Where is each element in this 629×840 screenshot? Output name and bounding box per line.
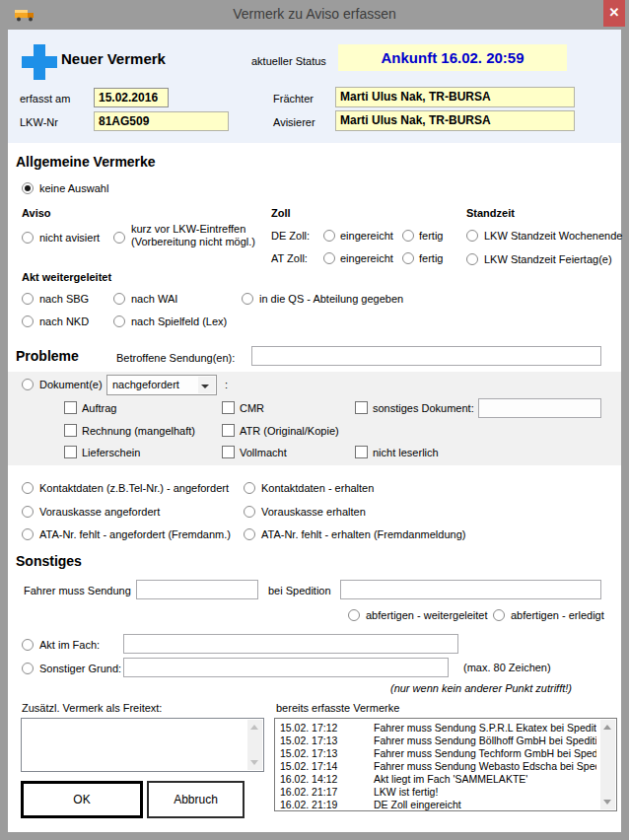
vermerke-listbox[interactable]: 15.02. 17:12Fahrer muss Sendung S.P.R.L … [274, 718, 617, 811]
avisierer-field[interactable]: Marti Ulus Nak, TR-BURSA [335, 110, 575, 131]
radio-nach-nkd[interactable] [22, 315, 34, 327]
list-item[interactable]: 15.02. 17:12Fahrer muss Sendung S.P.R.L … [275, 722, 596, 735]
erfasst-am-label: erfasst am [20, 93, 70, 105]
radio-qs-abteilung[interactable] [242, 293, 253, 305]
checkbox-nicht-leserlich[interactable] [355, 446, 368, 458]
dialog-content: Neuer Vermerk aktueller Status Ankunft 1… [8, 30, 621, 832]
dropdown-button[interactable] [198, 377, 215, 393]
standzeit-wochenende-label: LKW Standzeit Wochenende [484, 230, 622, 242]
spedition-input[interactable] [340, 580, 601, 599]
radio-kontaktdaten-erhalten[interactable] [244, 482, 255, 494]
max-zeichen-label: (max. 80 Zeichen) [463, 662, 551, 673]
checkbox-atr[interactable] [222, 424, 235, 437]
vermerke-label: bereits erfasste Vermerke [276, 702, 399, 714]
list-item[interactable]: 16.02. 14:12Akt liegt im Fach 'SAMMELAKT… [275, 773, 596, 786]
dokumente-dropdown[interactable]: nachgefordert [106, 375, 217, 395]
auftrag-label: Auftrag [82, 402, 116, 414]
nicht-leserlich-label: nicht leserlich [373, 447, 439, 458]
status-value: Ankunft 16.02. 20:59 [338, 44, 567, 71]
radio-abfertigen-weitergeleitet[interactable] [348, 609, 360, 621]
checkbox-auftrag[interactable] [64, 401, 77, 414]
nach-spielfeld-label: nach Spielfeld (Lex) [131, 315, 227, 327]
vermerke-scrollbar[interactable] [600, 720, 615, 809]
lkw-nr-field[interactable]: 81AG509 [94, 111, 229, 131]
radio-abfertigen-erledigt[interactable] [493, 609, 505, 621]
checkbox-sonstiges-dokument[interactable] [355, 401, 368, 414]
akt-im-fach-label: Akt im Fach: [39, 639, 100, 651]
ok-button[interactable]: OK [21, 781, 143, 818]
ata-erhalten-label: ATA-Nr. fehlt - erhalten (Fremdanmeldung… [261, 528, 465, 540]
freitext-label: Zusätzl. Vermerk als Freitext: [22, 702, 162, 714]
sonstiges-dokument-input[interactable] [478, 398, 601, 418]
radio-ata-angefordert[interactable] [22, 528, 34, 540]
radio-standzeit-wochenende[interactable] [466, 230, 478, 242]
cmr-label: CMR [240, 402, 264, 414]
fraechter-field[interactable]: Marti Ulus Nak, TR-BURSA [335, 87, 575, 107]
scroll-down-icon[interactable] [603, 800, 611, 805]
betroffene-input[interactable] [251, 346, 601, 366]
list-item[interactable]: 15.02. 17:14Fahrer muss Sendung Webasto … [275, 760, 596, 773]
radio-nach-wai[interactable] [113, 293, 125, 305]
list-item[interactable]: 16.02. 21:19DE Zoll eingereicht [275, 799, 596, 811]
sonstiger-grund-label: Sonstiger Grund: [39, 663, 121, 674]
de-zoll-label: DE Zoll: [271, 230, 310, 242]
vorauskasse-erhalten-label: Vorauskasse erhalten [261, 506, 366, 518]
dokumente-colon: : [225, 379, 228, 390]
list-item[interactable]: 15.02. 17:13Fahrer muss Sendung Techform… [275, 747, 596, 760]
radio-at-zoll-eingereicht[interactable] [323, 252, 335, 264]
freitext-scrollbar[interactable] [247, 720, 262, 770]
checkbox-lieferschein[interactable] [64, 446, 77, 458]
list-item[interactable]: 16.02. 21:17LKW ist fertig! [275, 786, 596, 799]
close-icon[interactable]: ✕ [603, 0, 625, 27]
dropdown-value: nachgefordert [112, 379, 179, 390]
dialog-window: Vermerk zu Aviso erfassen ✕ Neuer Vermer… [0, 0, 629, 840]
kontaktdaten-angefordert-label: Kontaktdaten (z.B.Tel-Nr.) - angefordert [39, 482, 229, 494]
kurz-vor-label-2: (Vorbereitung nicht mögl.) [131, 236, 255, 247]
radio-de-zoll-fertig[interactable] [402, 230, 414, 242]
abfertigen-weitergeleitet-label: abfertigen - weitergeleitet [366, 609, 488, 621]
checkbox-cmr[interactable] [222, 401, 235, 414]
radio-nicht-avisiert[interactable] [22, 232, 34, 244]
dokumente-label: Dokument(e) [39, 379, 103, 390]
radio-sonstiger-grund[interactable] [22, 663, 34, 674]
freitext-textarea[interactable] [21, 718, 264, 772]
radio-nach-spielfeld[interactable] [113, 315, 125, 327]
scroll-down-icon[interactable] [250, 760, 258, 765]
fraechter-label: Frächter [273, 93, 314, 105]
radio-standzeit-feiertag[interactable] [466, 253, 478, 265]
sonstiger-grund-input[interactable] [123, 658, 449, 677]
atr-label: ATR (Original/Kopie) [240, 425, 339, 437]
radio-kurz-vor-eintreffen[interactable] [113, 232, 125, 244]
scroll-up-icon[interactable] [603, 725, 611, 730]
kontaktdaten-erhalten-label: Kontaktdaten - erhalten [261, 482, 374, 494]
de-zoll-fertig-label: fertig [419, 230, 443, 242]
abfertigen-erledigt-label: abfertigen - erledigt [511, 609, 604, 621]
erfasst-am-field[interactable]: 15.02.2016 [94, 88, 169, 107]
radio-dokumente[interactable] [22, 379, 34, 390]
lieferschein-label: Lieferschein [82, 447, 140, 458]
radio-keine-auswahl[interactable] [22, 182, 34, 194]
fahrer-input[interactable] [136, 580, 258, 599]
radio-kontaktdaten-angefordert[interactable] [22, 482, 34, 494]
scroll-up-icon[interactable] [250, 725, 258, 730]
list-item[interactable]: 15.02. 17:13Fahrer muss Sendung Böllhoff… [275, 735, 596, 747]
de-zoll-eingereicht-label: eingereicht [340, 230, 393, 242]
radio-ata-erhalten[interactable] [244, 528, 255, 540]
nach-wai-label: nach WAI [131, 293, 177, 305]
radio-at-zoll-fertig[interactable] [402, 252, 414, 264]
radio-de-zoll-eingereicht[interactable] [323, 230, 335, 242]
radio-nach-sbg[interactable] [22, 293, 34, 305]
akt-im-fach-input[interactable] [123, 634, 458, 654]
section-probleme: Probleme [16, 348, 79, 364]
cancel-button[interactable]: Abbruch [147, 781, 245, 818]
qs-abteilung-label: in die QS - Abteilung gegeben [259, 293, 403, 305]
radio-akt-im-fach[interactable] [22, 639, 34, 651]
checkbox-rechnung[interactable] [64, 424, 77, 437]
standzeit-heading: Standzeit [466, 207, 515, 219]
checkbox-vollmacht[interactable] [222, 446, 235, 458]
avisierer-label: Avisierer [273, 116, 315, 128]
radio-vorauskasse-angefordert[interactable] [22, 506, 34, 518]
at-zoll-eingereicht-label: eingereicht [340, 252, 393, 264]
radio-vorauskasse-erhalten[interactable] [244, 506, 255, 518]
window-title: Vermerk zu Aviso erfassen [0, 6, 629, 22]
